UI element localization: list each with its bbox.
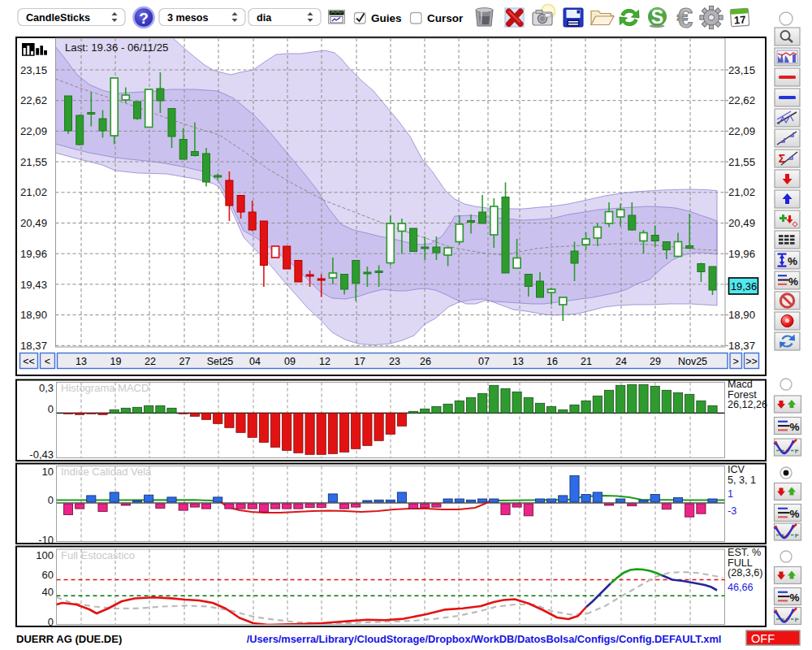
- svg-text:<<: <<: [23, 356, 35, 367]
- svg-text:29: 29: [650, 356, 661, 367]
- svg-text:Set25: Set25: [207, 356, 234, 367]
- svg-text:%: %: [788, 255, 797, 267]
- svg-text:40: 40: [42, 586, 54, 598]
- svg-text:12: 12: [319, 356, 330, 367]
- svg-text:22,62: 22,62: [728, 94, 755, 106]
- svg-text:€: €: [677, 2, 693, 33]
- svg-text:5, 3, 1: 5, 3, 1: [728, 474, 756, 486]
- svg-text:100: 100: [36, 549, 54, 561]
- svg-text:3 mesos: 3 mesos: [167, 12, 208, 24]
- svg-text:27: 27: [179, 356, 191, 367]
- svg-text:Indice Calidad Vela: Indice Calidad Vela: [61, 466, 152, 478]
- svg-text:10: 10: [42, 466, 54, 478]
- svg-text:46,66: 46,66: [728, 582, 754, 593]
- svg-text:18,37: 18,37: [728, 340, 755, 352]
- svg-text:24: 24: [615, 356, 627, 367]
- svg-text:13: 13: [76, 356, 87, 367]
- svg-text:Cursor: Cursor: [427, 12, 464, 24]
- svg-text:19,96: 19,96: [20, 248, 47, 260]
- svg-text:<: <: [45, 356, 50, 367]
- svg-text:20,49: 20,49: [728, 217, 755, 229]
- svg-text:22,09: 22,09: [728, 125, 755, 137]
- svg-text:19,96: 19,96: [728, 248, 755, 260]
- svg-text:18,90: 18,90: [728, 309, 755, 321]
- svg-text:1: 1: [728, 488, 733, 500]
- svg-text:22,09: 22,09: [20, 125, 47, 137]
- svg-text:21,55: 21,55: [728, 156, 755, 168]
- svg-text:20,49: 20,49: [20, 217, 47, 229]
- svg-text:07: 07: [478, 356, 490, 367]
- svg-text:19,36: 19,36: [731, 280, 757, 292]
- svg-text:22: 22: [145, 356, 156, 367]
- svg-text:19,43: 19,43: [20, 279, 47, 291]
- svg-text:-3: -3: [728, 505, 736, 517]
- svg-text:?: ?: [139, 10, 149, 27]
- svg-text:Last: 19.36 - 06/11/25: Last: 19.36 - 06/11/25: [65, 41, 168, 54]
- svg-text:17: 17: [354, 356, 365, 367]
- svg-text:%: %: [789, 592, 799, 604]
- svg-text:/Users/mserra/Library/CloudSto: /Users/mserra/Library/CloudStorage/Dropb…: [247, 633, 722, 645]
- svg-text:23,15: 23,15: [728, 64, 755, 76]
- svg-text:19: 19: [110, 356, 122, 367]
- svg-text:09: 09: [284, 356, 296, 367]
- svg-text:26,12,26: 26,12,26: [728, 399, 767, 410]
- svg-text:23,15: 23,15: [20, 64, 47, 76]
- svg-text:60: 60: [42, 569, 54, 581]
- svg-text:>: >: [733, 356, 739, 367]
- svg-text:23: 23: [389, 356, 400, 367]
- svg-text:%: %: [788, 275, 798, 288]
- svg-text:04: 04: [249, 356, 261, 367]
- svg-text:21,55: 21,55: [20, 156, 47, 168]
- svg-text:0,3: 0,3: [39, 382, 54, 394]
- svg-text:>>: >>: [745, 356, 758, 367]
- svg-text:22,62: 22,62: [20, 94, 47, 106]
- svg-text:0: 0: [48, 403, 54, 415]
- svg-text:0: 0: [48, 494, 54, 506]
- svg-text:Guies: Guies: [371, 12, 402, 24]
- svg-text:21: 21: [581, 356, 592, 367]
- svg-text:13: 13: [512, 356, 524, 367]
- svg-text:21,02: 21,02: [728, 186, 755, 198]
- svg-text:CandleSticks: CandleSticks: [26, 12, 90, 24]
- svg-text:dia: dia: [257, 12, 272, 24]
- svg-text:18,37: 18,37: [20, 340, 47, 352]
- svg-text:Full Estocastico: Full Estocastico: [61, 549, 135, 561]
- svg-text:DUERR AG (DUE.DE): DUERR AG (DUE.DE): [16, 633, 122, 645]
- svg-text:17: 17: [734, 14, 746, 27]
- svg-text:(28,3,6): (28,3,6): [728, 567, 762, 578]
- svg-text:%: %: [789, 421, 799, 433]
- svg-text:18,90: 18,90: [20, 309, 47, 321]
- svg-text:-10: -10: [38, 534, 54, 546]
- svg-text:Nov25: Nov25: [678, 356, 707, 367]
- svg-text:0: 0: [48, 616, 54, 628]
- svg-text:-0,43: -0,43: [29, 448, 54, 461]
- svg-text:16: 16: [546, 356, 558, 367]
- svg-text:S: S: [651, 6, 663, 28]
- svg-text:%: %: [789, 508, 799, 520]
- svg-text:OFF: OFF: [751, 632, 775, 645]
- svg-text:21,02: 21,02: [20, 186, 47, 198]
- svg-text:26: 26: [420, 356, 431, 367]
- svg-text:Histograma MACD: Histograma MACD: [61, 382, 149, 394]
